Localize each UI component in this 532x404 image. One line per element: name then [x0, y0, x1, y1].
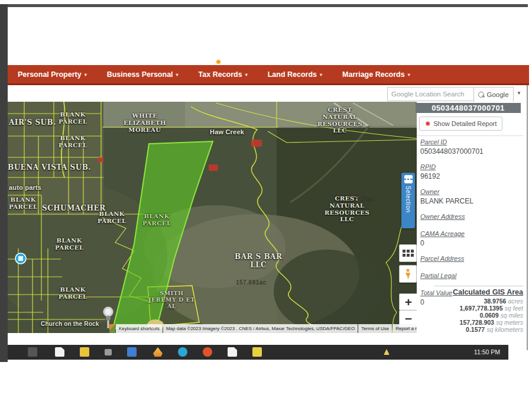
- field-value-cama-acreage: 0: [420, 239, 524, 247]
- selection-edit-icon: [404, 175, 413, 183]
- chevron-down-icon: ▾: [408, 72, 410, 77]
- place-marker-icon[interactable]: [15, 253, 26, 264]
- nav-personal-property[interactable]: Personal Property ▾: [8, 70, 97, 79]
- terms-of-use-link[interactable]: Terms of Use: [358, 324, 392, 333]
- chevron-down-icon: ▾: [176, 72, 179, 77]
- chevron-down-icon: ▾: [320, 72, 322, 77]
- map-canvas[interactable]: [8, 102, 417, 333]
- google-search-button[interactable]: Google: [473, 87, 514, 102]
- nav-label: Personal Property: [18, 70, 82, 79]
- field-label-partial-legal[interactable]: Partial Legal: [420, 272, 524, 279]
- selection-tab[interactable]: Selection: [401, 173, 415, 228]
- map-attribution-bar: Keyboard shortcuts Map data ©2023 Imager…: [109, 324, 417, 333]
- gis-unit: sq meters: [496, 319, 523, 326]
- gis-value: 0.0609: [479, 312, 498, 319]
- taskbar-app-icon[interactable]: [28, 347, 37, 357]
- field-label-cama-acreage[interactable]: CAMA Acreage: [420, 230, 524, 237]
- nav-label: Business Personal: [107, 70, 173, 79]
- taskbar-folder-icon[interactable]: [80, 347, 89, 357]
- field-value-rpid: 96192: [420, 172, 524, 180]
- search-icon: [478, 92, 484, 98]
- field-label-owner[interactable]: Owner: [420, 188, 524, 195]
- gis-unit: sq miles: [500, 312, 523, 319]
- taskbar-app-icon[interactable]: [127, 347, 137, 357]
- street-view-pegman-button[interactable]: [399, 265, 417, 283]
- report-button-label: Show Detailed Report: [433, 120, 497, 127]
- gis-row-sqkilometers: 0.1577 sq kilometers: [434, 326, 523, 333]
- main-nav-bar: Personal Property ▾ Business Personal ▾ …: [8, 65, 529, 85]
- search-input[interactable]: [387, 87, 478, 101]
- gis-row-acres: 38.9756 acres: [434, 298, 523, 305]
- field-label-parcel-id[interactable]: Parcel ID: [420, 138, 524, 146]
- nav-tax-records[interactable]: Tax Records ▾: [189, 70, 258, 79]
- gis-row-sqmiles: 0.0609 sq miles: [434, 312, 523, 319]
- map-layers-button[interactable]: [399, 244, 417, 262]
- field-value-parcel-id: 0503448037000701: [420, 147, 524, 156]
- nav-business-personal[interactable]: Business Personal ▾: [97, 70, 189, 79]
- map-thumbnail-icon: [109, 324, 115, 333]
- zoom-in-button[interactable]: +: [399, 293, 417, 311]
- field-label-parcel-address[interactable]: Parcel Address: [420, 255, 524, 262]
- photo-edge-left: [0, 4, 8, 362]
- selection-tab-label: Selection: [405, 186, 411, 213]
- field-value-owner: BLANK PARCEL: [420, 197, 524, 205]
- show-detailed-report-button[interactable]: ✺ Show Detailed Report: [419, 117, 502, 131]
- taskbar-app-icon[interactable]: [203, 347, 212, 357]
- grid-icon: [403, 250, 414, 257]
- calculated-gis-area: Calculated GIS Area 38.9756 acres 1,697,…: [434, 286, 523, 333]
- taskbar-clock[interactable]: 11:50 PM: [474, 348, 500, 355]
- report-icon: ✺: [425, 121, 430, 127]
- taskbar-tray-arrow-icon[interactable]: [384, 349, 390, 355]
- taskbar-app-icon[interactable]: [178, 347, 187, 357]
- taskbar-document-icon[interactable]: [228, 347, 237, 357]
- photo-edge-top: [6, 4, 528, 7]
- gis-value: 1,697,778.1395: [460, 305, 503, 312]
- taskbar-app-icon[interactable]: [252, 347, 262, 357]
- gis-row-sqmeters: 157,728.903 sq meters: [434, 319, 523, 326]
- search-dropdown-icon[interactable]: ▼: [517, 91, 521, 96]
- gis-unit: sq feet: [504, 305, 523, 312]
- field-label-owner-address[interactable]: Owner Address: [420, 213, 524, 220]
- taskbar-flame-icon[interactable]: [153, 347, 163, 357]
- report-map-error-link[interactable]: Report a map error: [392, 324, 417, 333]
- chevron-down-icon: ▾: [245, 72, 248, 77]
- field-label-rpid[interactable]: RPID: [420, 163, 524, 170]
- parcel-number-header: 0503448037000701: [416, 103, 521, 113]
- nav-land-records[interactable]: Land Records ▾: [258, 70, 332, 79]
- screenshot-root: Personal Property ▾ Business Personal ▾ …: [0, 0, 532, 404]
- gis-value: 157,728.903: [460, 319, 494, 326]
- chevron-down-icon: ▾: [85, 72, 87, 77]
- os-taskbar: 11:50 PM: [8, 345, 508, 360]
- gis-unit: acres: [508, 298, 523, 305]
- gis-value: 38.9756: [484, 298, 506, 305]
- parcel-detail-panel: 0503448037000701 ✺ Show Detailed Report …: [417, 102, 527, 333]
- map-viewport[interactable]: AIR'S SUB. BLANK PARCEL BLANK PARCEL WHI…: [8, 102, 417, 333]
- nav-label: Tax Records: [199, 70, 242, 79]
- notification-dot: [216, 60, 220, 64]
- photo-edge-right: [527, 84, 528, 350]
- google-button-label: Google: [486, 91, 508, 98]
- nav-marriage-records[interactable]: Marriage Records ▾: [332, 70, 420, 79]
- gis-value: 0.1577: [466, 326, 485, 333]
- gis-unit: sq kilometers: [486, 326, 523, 333]
- gis-area-title: Calculated GIS Area: [434, 288, 523, 296]
- panel-divider: [417, 135, 523, 136]
- pegman-icon: [404, 269, 412, 279]
- nav-label: Marriage Records: [342, 70, 405, 79]
- nav-label: Land Records: [268, 70, 317, 79]
- keyboard-shortcuts-link[interactable]: Keyboard shortcuts: [116, 324, 163, 333]
- taskbar-document-icon[interactable]: [55, 347, 64, 357]
- gis-row-sqfeet: 1,697,778.1395 sq feet: [434, 305, 523, 312]
- taskbar-app-icon[interactable]: [105, 349, 112, 355]
- map-data-attribution: Map data ©2023 Imagery ©2023 , CNES / Ai…: [163, 324, 358, 333]
